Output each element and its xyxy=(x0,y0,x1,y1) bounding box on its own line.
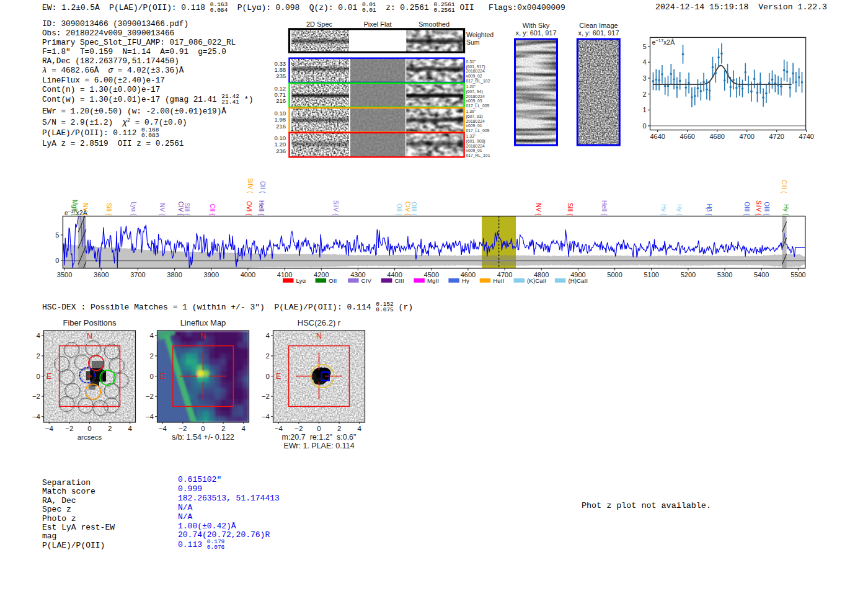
svg-text:2: 2 xyxy=(642,91,646,98)
svg-text:OVI {: OVI { xyxy=(246,201,252,216)
svg-text:Hγ {: Hγ { xyxy=(676,204,683,216)
svg-text:N: N xyxy=(200,332,206,340)
svg-text:4640: 4640 xyxy=(650,133,665,140)
svg-text:216: 216 xyxy=(276,97,286,104)
svg-text:4680: 4680 xyxy=(709,133,724,140)
svg-text:5: 5 xyxy=(55,231,59,239)
svg-text:s/b: 1.54 +/- 0.122: s/b: 1.54 +/- 0.122 xyxy=(172,433,234,442)
svg-text:−2: −2 xyxy=(65,425,73,432)
svg-text:NV {: NV { xyxy=(535,203,542,216)
svg-text:OIII {: OIII { xyxy=(410,202,417,216)
svg-text:0.31": 0.31" xyxy=(466,60,476,64)
svg-text:Smoothed: Smoothed xyxy=(418,20,450,28)
svg-text:OIII {: OIII { xyxy=(763,202,770,216)
svg-text:CIV {: CIV { xyxy=(404,202,411,216)
svg-text:20180224: 20180224 xyxy=(466,144,485,148)
svg-text:(601, 908): (601, 908) xyxy=(466,139,485,144)
svg-text:017_LL_009: 017_LL_009 xyxy=(466,104,490,109)
svg-text:SiIV {: SiIV { xyxy=(332,200,339,216)
svg-text:v009_01: v009_01 xyxy=(466,123,482,128)
svg-text:3600: 3600 xyxy=(94,271,108,278)
svg-text:(607, 93): (607, 93) xyxy=(466,114,483,119)
svg-text:CIII: CIII xyxy=(394,277,404,284)
svg-text:v009_01: v009_01 xyxy=(466,148,482,153)
svg-text:236: 236 xyxy=(276,148,286,154)
svg-text:N: N xyxy=(316,332,322,340)
svg-text:−4: −4 xyxy=(146,413,154,420)
svg-text:−4: −4 xyxy=(32,413,41,420)
svg-text:1.20": 1.20" xyxy=(466,84,476,89)
svg-text:4: 4 xyxy=(150,332,154,339)
svg-text:With Sky: With Sky xyxy=(523,22,550,29)
svg-text:(K)CaII: (K)CaII xyxy=(527,277,546,284)
svg-text:Lineflux Map: Lineflux Map xyxy=(180,318,226,327)
svg-text:EWr: 1. PLAE: 0.114: EWr: 1. PLAE: 0.114 xyxy=(283,442,354,450)
svg-text:CII {: CII { xyxy=(209,204,216,216)
svg-text:−2: −2 xyxy=(262,393,270,400)
svg-text:SiII {: SiII { xyxy=(105,203,112,216)
svg-text:4: 4 xyxy=(37,332,41,339)
svg-text:5500: 5500 xyxy=(790,271,805,278)
svg-text:017_RL_102: 017_RL_102 xyxy=(466,79,490,84)
svg-text:CIII (: CIII ( xyxy=(781,180,787,193)
svg-text:x, y: 601, 917: x, y: 601, 917 xyxy=(578,29,619,37)
svg-text:SiIV (: SiIV ( xyxy=(247,178,254,193)
svg-text:Hγ {: Hγ { xyxy=(782,204,789,216)
svg-text:2: 2 xyxy=(108,425,112,432)
svg-text:−2: −2 xyxy=(146,393,154,400)
svg-text:0: 0 xyxy=(37,373,40,380)
svg-text:1.39": 1.39" xyxy=(466,109,476,113)
svg-text:Hβ {: Hβ { xyxy=(706,203,712,216)
svg-text:MgII {: MgII { xyxy=(71,200,78,216)
svg-text:SiIV {: SiIV { xyxy=(755,200,762,216)
svg-text:4720: 4720 xyxy=(769,133,784,140)
svg-text:017_RL_101: 017_RL_101 xyxy=(466,153,490,158)
svg-text:CIV {: CIV { xyxy=(177,202,184,216)
svg-text:4: 4 xyxy=(241,425,246,432)
svg-text:2: 2 xyxy=(37,352,40,360)
svg-text:2D Spec: 2D Spec xyxy=(306,20,333,28)
svg-text:Pixel Flat: Pixel Flat xyxy=(363,20,391,28)
svg-text:017_LL_009: 017_LL_009 xyxy=(466,128,490,133)
svg-text:HeII {: HeII { xyxy=(258,200,265,216)
svg-text:−2: −2 xyxy=(294,425,303,432)
svg-text:0: 0 xyxy=(150,373,154,380)
svg-text:v009_03: v009_03 xyxy=(466,99,482,104)
svg-text:MgII: MgII xyxy=(427,277,439,284)
svg-text:0: 0 xyxy=(317,425,321,432)
svg-text:4740: 4740 xyxy=(799,133,813,140)
svg-text:1.33": 1.33" xyxy=(466,134,476,138)
svg-text:−2: −2 xyxy=(179,425,187,432)
svg-text:CIV: CIV xyxy=(361,277,372,284)
svg-text:20180224: 20180224 xyxy=(466,94,485,99)
svg-text:HeII {: HeII { xyxy=(601,200,608,216)
svg-text:216: 216 xyxy=(276,123,286,130)
svg-text:E: E xyxy=(46,372,51,381)
svg-text:HSC(26.2) r: HSC(26.2) r xyxy=(298,318,341,327)
svg-text:Hγ: Hγ xyxy=(462,277,469,284)
svg-text:Clean Image: Clean Image xyxy=(579,22,618,29)
svg-text:OII (: OII ( xyxy=(259,181,266,193)
svg-text:4: 4 xyxy=(357,425,361,432)
svg-text:0: 0 xyxy=(266,373,270,380)
svg-text:0: 0 xyxy=(87,425,91,432)
svg-text:0: 0 xyxy=(201,425,205,432)
svg-text:2: 2 xyxy=(150,352,154,360)
svg-text:2: 2 xyxy=(266,352,270,360)
svg-text:−4: −4 xyxy=(275,425,283,432)
svg-text:−2: −2 xyxy=(32,393,40,400)
svg-text:Hγ {: Hγ { xyxy=(660,204,667,216)
svg-text:m:20.7 re:1.2" s:0.6": m:20.7 re:1.2" s:0.6" xyxy=(281,433,356,442)
svg-text:5400: 5400 xyxy=(754,271,769,278)
svg-text:235: 235 xyxy=(276,73,286,79)
svg-text:−4: −4 xyxy=(159,425,167,432)
svg-text:0: 0 xyxy=(55,257,59,264)
svg-text:(H)CaII: (H)CaII xyxy=(568,277,588,284)
svg-text:Lyα {: Lyα { xyxy=(130,202,137,216)
svg-text:HeII: HeII xyxy=(493,277,504,284)
svg-text:x, y: 601, 917: x, y: 601, 917 xyxy=(515,29,556,37)
svg-text:5200: 5200 xyxy=(681,271,696,278)
svg-text:5300: 5300 xyxy=(717,271,732,278)
svg-text:Fiber Positions: Fiber Positions xyxy=(63,318,117,327)
svg-text:4: 4 xyxy=(128,425,132,432)
